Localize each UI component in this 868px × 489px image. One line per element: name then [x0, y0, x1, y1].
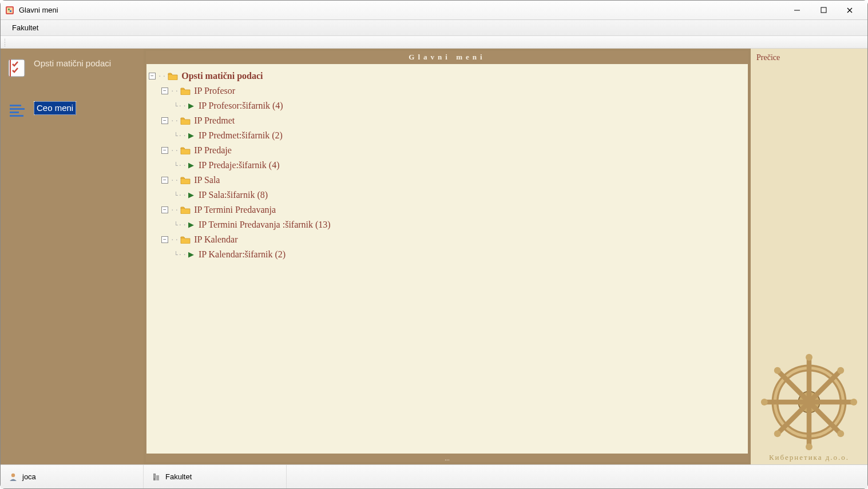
play-arrow-icon: ▶	[188, 101, 194, 110]
svg-point-33	[837, 430, 844, 437]
play-arrow-icon: ▶	[188, 220, 194, 229]
building-icon	[152, 472, 161, 482]
tree-node-label: IP Predmet	[194, 116, 235, 126]
tree-node-label: IP Predmet:šifarnik (2)	[199, 130, 283, 141]
tree-node-label: IP Predaje:šifarnik (4)	[199, 160, 280, 170]
sidebar-item-ceo-meni[interactable]: Ceo meni	[6, 101, 138, 122]
svg-rect-38	[154, 475, 154, 475]
tree-node-label: IP Kalendar	[194, 234, 237, 245]
collapse-toggle[interactable]: −	[161, 236, 168, 243]
tree-leaf[interactable]: └··▶IP Sala:šifarnik (8)	[149, 188, 746, 202]
tree-node-label: IP Termini Predavanja :šifarnik (13)	[199, 220, 331, 230]
tree-node-label: IP Predaje	[194, 145, 232, 156]
tree-leaf[interactable]: └··▶IP Predmet:šifarnik (2)	[149, 128, 746, 143]
collapse-toggle[interactable]: −	[161, 177, 168, 184]
play-arrow-icon: ▶	[188, 131, 194, 140]
svg-point-28	[806, 443, 812, 450]
tree-leaf[interactable]: └··▶IP Predaje:šifarnik (4)	[149, 158, 746, 173]
tree-connector-icon: ··	[171, 88, 179, 95]
tree-folder[interactable]: −··IP Kalendar	[149, 232, 746, 247]
status-spacer	[287, 465, 867, 488]
statusbar: joca Fakultet	[1, 464, 867, 488]
svg-rect-3	[10, 10, 11, 12]
collapse-toggle[interactable]: −	[161, 117, 168, 124]
menu-fakultet[interactable]: Fakultet	[7, 21, 43, 34]
collapse-toggle[interactable]: −	[149, 73, 156, 79]
tree-folder[interactable]: −··IP Sala	[149, 173, 746, 188]
minimize-button[interactable]	[784, 2, 810, 19]
svg-rect-12	[10, 108, 25, 110]
tree-connector-icon: └··	[174, 162, 187, 169]
tree-leaf[interactable]: └··▶IP Termini Predavanja :šifarnik (13)	[149, 217, 746, 232]
toolbar-grip-icon	[4, 38, 6, 46]
svg-point-27	[806, 354, 812, 361]
window-controls	[784, 2, 863, 19]
collapse-toggle[interactable]: −	[161, 206, 168, 213]
status-user-label: joca	[22, 472, 36, 481]
user-icon	[9, 472, 18, 482]
tree-leaf[interactable]: └··▶IP Kalendar:šifarnik (2)	[149, 247, 746, 262]
close-button[interactable]	[837, 2, 863, 19]
sidebar: Opsti matični podaci Ceo meni	[1, 49, 144, 464]
center-header: Glavni meni	[146, 51, 748, 63]
tree-folder[interactable]: −··IP Predmet	[149, 113, 746, 128]
tree-node-label: IP Sala:šifarnik (8)	[199, 190, 268, 200]
svg-rect-5	[821, 7, 826, 13]
sidebar-item-opsti-maticni-podaci[interactable]: Opsti matični podaci	[6, 58, 138, 78]
tree-node-label: IP Termini Predavanja	[194, 205, 276, 215]
svg-rect-14	[10, 115, 23, 117]
shortcuts-title: Prečice	[751, 49, 867, 67]
svg-rect-40	[154, 477, 154, 478]
status-context-label: Fakultet	[165, 472, 192, 481]
maximize-button[interactable]	[810, 2, 837, 19]
right-panel: Prečice	[751, 49, 867, 464]
tree-folder[interactable]: −··IP Profesor	[149, 84, 746, 98]
center-footer[interactable]: ...	[146, 454, 748, 462]
tree-folder[interactable]: −··Opsti matični podaci	[149, 69, 746, 84]
svg-rect-2	[8, 9, 10, 10]
tree-node-label: IP Kalendar:šifarnik (2)	[199, 249, 286, 260]
tree-folder[interactable]: −··IP Predaje	[149, 143, 746, 158]
tree-connector-icon: └··	[174, 102, 187, 110]
folder-icon	[180, 206, 191, 214]
collapse-toggle[interactable]: −	[161, 88, 168, 94]
svg-rect-10	[10, 59, 11, 77]
status-context: Fakultet	[144, 465, 287, 488]
tree-node-label: IP Profesor	[194, 86, 235, 96]
play-arrow-icon: ▶	[188, 161, 194, 170]
svg-rect-39	[154, 476, 154, 476]
folder-icon	[180, 87, 191, 95]
svg-rect-37	[156, 475, 159, 480]
tree-connector-icon: ··	[171, 117, 179, 125]
window-title: Glavni meni	[19, 6, 784, 14]
tree-node-label: IP Profesor:šifarnik (4)	[199, 101, 283, 111]
main-area: Opsti matični podaci Ceo meni Glavni men…	[1, 49, 867, 464]
play-arrow-icon: ▶	[188, 190, 194, 200]
toolstrip	[1, 36, 867, 49]
tree-view[interactable]: −··Opsti matični podaci−··IP Profesor└··…	[146, 63, 748, 454]
folder-icon	[168, 72, 178, 80]
tree-connector-icon: ··	[158, 73, 167, 80]
center-panel: Glavni meni −··Opsti matični podaci−··IP…	[144, 49, 751, 464]
main-window: Glavni meni Fakultet	[0, 0, 868, 489]
svg-rect-13	[10, 112, 19, 113]
svg-point-29	[761, 399, 768, 405]
company-brand: Кибернетика д.о.о.	[751, 453, 867, 462]
play-arrow-icon: ▶	[188, 250, 194, 259]
tree-node-label: IP Sala	[194, 175, 220, 185]
tree-node-label: Opsti matični podaci	[181, 71, 263, 81]
sidebar-item-label: Opsti matični podaci	[34, 58, 111, 69]
checklist-icon	[6, 58, 27, 78]
tree-leaf[interactable]: └··▶IP Profesor:šifarnik (4)	[149, 98, 746, 113]
titlebar: Glavni meni	[1, 1, 867, 20]
tree-connector-icon: ··	[171, 177, 179, 184]
tree-connector-icon: └··	[174, 192, 187, 199]
svg-point-30	[850, 399, 857, 405]
svg-point-32	[774, 430, 781, 437]
tree-connector-icon: └··	[174, 132, 187, 140]
tree-folder[interactable]: −··IP Termini Predavanja	[149, 202, 746, 217]
tree-connector-icon: ··	[171, 206, 179, 214]
tree-connector-icon: ··	[171, 147, 179, 154]
collapse-toggle[interactable]: −	[161, 147, 168, 154]
sidebar-item-label: Ceo meni	[34, 101, 76, 115]
